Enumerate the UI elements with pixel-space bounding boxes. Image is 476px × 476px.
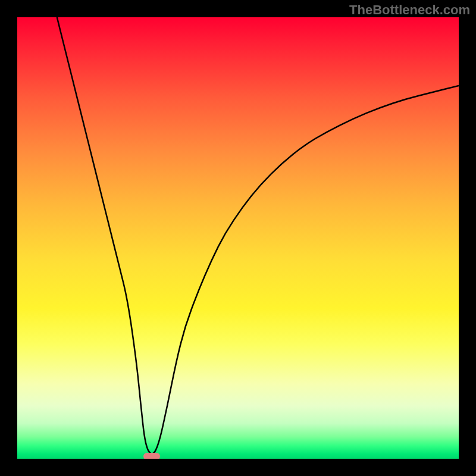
chart-container: TheBottleneck.com xyxy=(0,0,476,476)
watermark-text: TheBottleneck.com xyxy=(349,2,470,18)
bottleneck-curve xyxy=(17,17,459,459)
optimal-point-marker xyxy=(143,453,160,459)
plot-area xyxy=(17,17,459,459)
